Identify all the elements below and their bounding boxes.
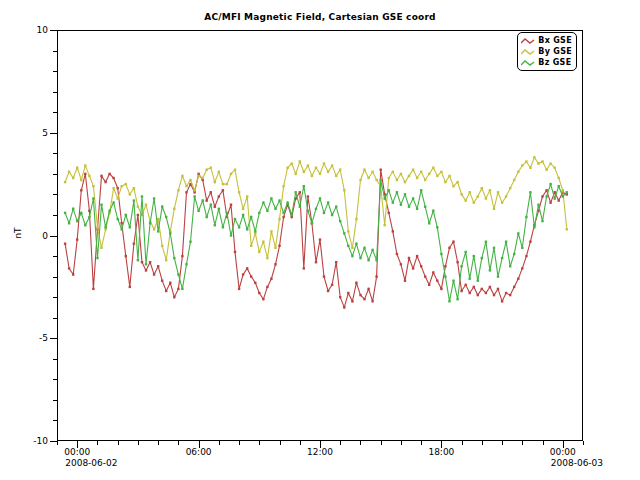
y-major-tick <box>50 236 57 237</box>
y-tick-label: 5 <box>22 128 48 138</box>
x-minor-tick <box>421 441 422 445</box>
x-minor-tick <box>502 441 503 445</box>
x-minor-tick <box>259 441 260 445</box>
series-bz-gse <box>64 179 568 303</box>
legend-item-bz-gse: Bz GSE <box>521 57 572 68</box>
legend: Bx GSEBy GSEBz GSE <box>517 32 577 71</box>
y-minor-tick <box>53 256 57 257</box>
x-tick-date: 2008-06-02 <box>65 458 117 468</box>
x-minor-tick <box>239 441 240 445</box>
y-minor-tick <box>53 297 57 298</box>
x-minor-tick <box>381 441 382 445</box>
x-minor-tick <box>300 441 301 445</box>
legend-label: By GSE <box>538 47 572 56</box>
legend-item-bx-gse: Bx GSE <box>521 35 572 46</box>
y-minor-tick <box>53 420 57 421</box>
y-major-tick <box>50 338 57 339</box>
plot-area: Bx GSEBy GSEBz GSE <box>57 30 583 441</box>
y-minor-tick <box>53 379 57 380</box>
x-minor-tick <box>57 441 58 445</box>
magnetic-field-chart: AC/MFI Magnetic Field, Cartesian GSE coo… <box>0 0 640 480</box>
x-minor-tick <box>543 441 544 445</box>
x-minor-tick <box>138 441 139 445</box>
x-tick-date: 2008-06-03 <box>551 458 603 468</box>
legend-label: Bz GSE <box>538 58 571 67</box>
y-major-tick <box>50 30 57 31</box>
legend-line-icon <box>521 59 535 67</box>
x-tick-label: 18:00 <box>419 447 463 457</box>
x-minor-tick <box>178 441 179 445</box>
y-tick-label: -5 <box>22 333 48 343</box>
y-minor-tick <box>53 194 57 195</box>
x-minor-tick <box>482 441 483 445</box>
y-minor-tick <box>53 51 57 52</box>
x-minor-tick <box>522 441 523 445</box>
y-minor-tick <box>53 215 57 216</box>
y-minor-tick <box>53 277 57 278</box>
legend-label: Bx GSE <box>538 36 572 45</box>
x-minor-tick <box>462 441 463 445</box>
y-tick-label: 0 <box>22 231 48 241</box>
y-tick-label: -10 <box>22 436 48 446</box>
chart-title: AC/MFI Magnetic Field, Cartesian GSE coo… <box>0 12 640 22</box>
y-minor-tick <box>53 92 57 93</box>
data-series <box>58 31 582 440</box>
y-minor-tick <box>53 112 57 113</box>
y-minor-tick <box>53 174 57 175</box>
x-minor-tick <box>280 441 281 445</box>
x-tick-label: 12:00 <box>298 447 342 457</box>
y-minor-tick <box>53 153 57 154</box>
x-tick-label: 06:00 <box>177 447 221 457</box>
y-minor-tick <box>53 71 57 72</box>
x-minor-tick <box>219 441 220 445</box>
x-minor-tick <box>340 441 341 445</box>
x-minor-tick <box>97 441 98 445</box>
y-minor-tick <box>53 400 57 401</box>
y-tick-label: 10 <box>22 25 48 35</box>
x-minor-tick <box>118 441 119 445</box>
x-minor-tick <box>158 441 159 445</box>
y-minor-tick <box>53 318 57 319</box>
x-minor-tick <box>360 441 361 445</box>
legend-line-icon <box>521 48 535 56</box>
y-major-tick <box>50 133 57 134</box>
y-minor-tick <box>53 359 57 360</box>
x-minor-tick <box>583 441 584 445</box>
x-tick-label: 00:00 <box>55 447 99 457</box>
y-major-tick <box>50 441 57 442</box>
x-tick-label: 00:00 <box>541 447 585 457</box>
legend-line-icon <box>521 37 535 45</box>
x-minor-tick <box>401 441 402 445</box>
legend-item-by-gse: By GSE <box>521 46 572 57</box>
